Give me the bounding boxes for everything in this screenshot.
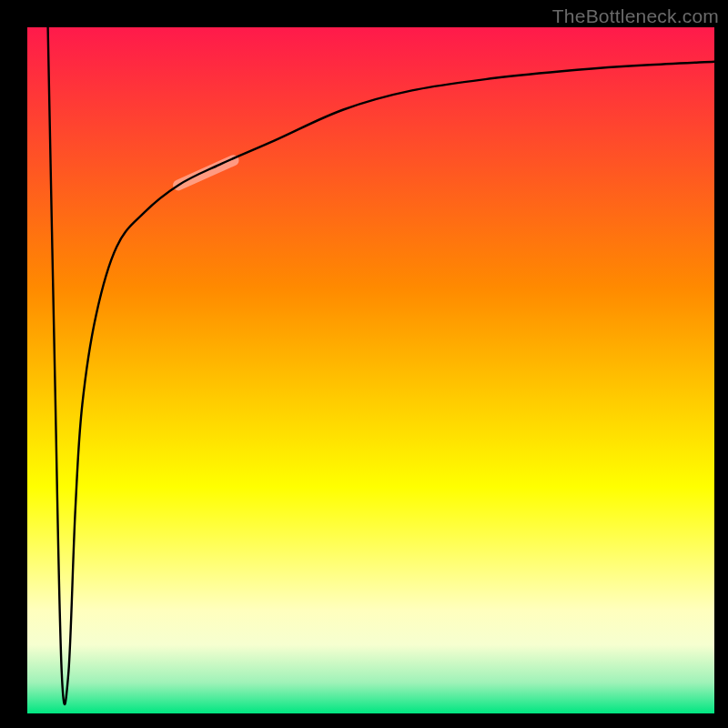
chart-container — [0, 0, 728, 728]
chart-svg — [0, 0, 728, 728]
watermark-text: TheBottleneck.com — [552, 5, 719, 27]
plot-background — [27, 27, 714, 713]
